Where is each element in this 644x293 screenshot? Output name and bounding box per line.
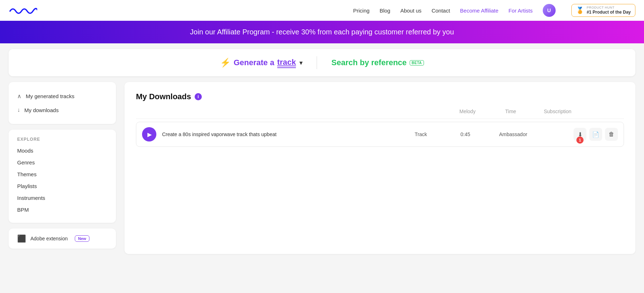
sidebar-item-themes[interactable]: Themes <box>17 168 107 180</box>
track-word: track <box>277 58 296 68</box>
table-header: Melody Time Subscription <box>136 109 624 119</box>
row-actions: ⬇ 1 📄 🗑 <box>574 128 618 141</box>
sidebar-item-downloads[interactable]: ↓ My downloads <box>17 103 107 117</box>
play-button[interactable]: ▶ <box>142 127 156 141</box>
nav-pricing[interactable]: Pricing <box>353 8 370 14</box>
downloads-area: My Downloads i Melody Time Subscription … <box>125 82 635 254</box>
adobe-icon: ⬛ <box>17 234 26 243</box>
col-time: Time <box>505 109 541 114</box>
track-time: 0:45 <box>460 131 496 137</box>
info-icon[interactable]: i <box>195 93 202 100</box>
nav-links: Pricing Blog About us Contact Become Aff… <box>353 4 635 17</box>
downloads-header: My Downloads i <box>136 92 624 101</box>
generate-bar: ⚡ Generate a track ▾ Search by reference… <box>9 49 635 76</box>
sidebar: ∧ My generated tracks ↓ My downloads EXP… <box>9 82 116 254</box>
search-by-reference-tab[interactable]: Search by reference BETA <box>331 58 424 67</box>
banner-text: Join our Affiliate Program - receive 30%… <box>190 28 454 36</box>
downloads-table: Melody Time Subscription ▶ Create a 80s … <box>136 109 624 147</box>
logo[interactable] <box>9 4 37 17</box>
new-badge: New <box>75 235 89 242</box>
main-content: ∧ My generated tracks ↓ My downloads EXP… <box>0 82 644 254</box>
download-count-badge: 1 <box>576 136 584 144</box>
avatar[interactable]: U <box>543 4 556 17</box>
sidebar-library-card: ∧ My generated tracks ↓ My downloads <box>9 82 116 124</box>
trash-icon: 🗑 <box>609 131 614 138</box>
col-subscription: Subscription <box>544 109 615 114</box>
download-icon: ↓ <box>17 107 20 113</box>
sidebar-item-bpm[interactable]: BPM <box>17 204 107 216</box>
chevron-up-icon: ∧ <box>17 93 21 100</box>
download-button[interactable]: ⬇ 1 <box>574 128 586 141</box>
product-hunt-title: #1 Product of the Day <box>587 10 631 15</box>
sidebar-label-generated: My generated tracks <box>26 93 74 99</box>
file-icon: 📄 <box>592 131 599 138</box>
adobe-label: Adobe extension <box>30 236 68 241</box>
sidebar-item-moods[interactable]: Moods <box>17 145 107 157</box>
track-subscription: Ambassador <box>499 131 571 137</box>
affiliate-banner[interactable]: Join our Affiliate Program - receive 30%… <box>0 21 644 43</box>
lightning-icon: ⚡ <box>220 58 231 68</box>
adobe-extension-card[interactable]: ⬛ Adobe extension New <box>9 229 116 249</box>
product-hunt-badge[interactable]: 🏅 PRODUCT HUNT #1 Product of the Day <box>571 4 635 16</box>
nav-affiliate[interactable]: Become Affiliate <box>460 8 498 14</box>
generate-prefix: Generate a <box>234 58 274 67</box>
sidebar-item-genres[interactable]: Genres <box>17 157 107 168</box>
downloads-title: My Downloads <box>136 92 191 101</box>
explore-label: EXPLORE <box>17 137 107 142</box>
sidebar-explore-card: EXPLORE Moods Genres Themes Playlists In… <box>9 130 116 223</box>
col-melody: Melody <box>459 109 502 114</box>
chevron-down-icon: ▾ <box>299 59 302 66</box>
sidebar-item-generated-tracks[interactable]: ∧ My generated tracks <box>17 89 107 103</box>
table-row: ▶ Create a 80s inspired vaporwave track … <box>136 122 624 147</box>
tab-divider <box>317 56 317 69</box>
search-label: Search by reference <box>331 58 406 67</box>
header: Pricing Blog About us Contact Become Aff… <box>0 0 644 21</box>
track-melody: Track <box>415 131 458 137</box>
nav-contact[interactable]: Contact <box>431 8 450 14</box>
play-icon: ▶ <box>147 131 152 138</box>
generate-tab[interactable]: ⚡ Generate a track ▾ <box>220 58 302 68</box>
product-hunt-label: PRODUCT HUNT <box>587 6 631 10</box>
sidebar-item-playlists[interactable]: Playlists <box>17 180 107 192</box>
nav-artists[interactable]: For Artists <box>508 8 533 14</box>
delete-button[interactable]: 🗑 <box>605 128 618 141</box>
nav-about[interactable]: About us <box>400 8 421 14</box>
nav-blog[interactable]: Blog <box>380 8 390 14</box>
track-info: ▶ Create a 80s inspired vaporwave track … <box>142 127 412 141</box>
sidebar-label-downloads: My downloads <box>24 107 59 113</box>
beta-badge: BETA <box>410 60 424 66</box>
product-hunt-icon: 🏅 <box>576 6 584 14</box>
track-name: Create a 80s inspired vaporwave track th… <box>162 131 277 137</box>
file-button[interactable]: 📄 <box>589 128 602 141</box>
sidebar-item-instruments[interactable]: Instruments <box>17 192 107 204</box>
